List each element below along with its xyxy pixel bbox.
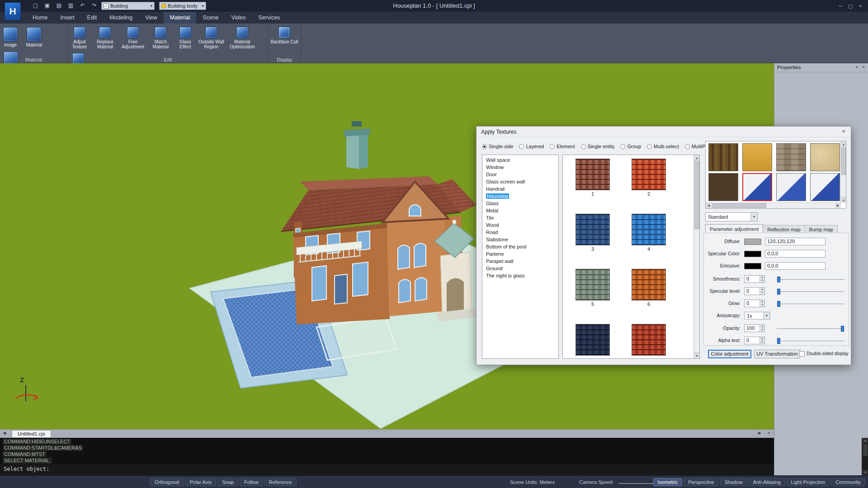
redo-icon[interactable]: ↷ [90,2,98,9]
save-icon[interactable]: ▤ [55,2,63,9]
reference-button[interactable]: Reference [264,478,297,486]
category-item[interactable]: Wall space [482,156,558,164]
texture-thumbnail[interactable] [632,324,666,356]
open-file-icon[interactable]: ▣ [43,2,51,9]
tab-scene[interactable]: Scene [196,12,225,23]
swatch-diagonal-selected[interactable] [742,173,772,201]
category-item[interactable]: Door [482,171,558,178]
tab-scroll-left-icon[interactable]: ◀ [3,431,6,435]
snap-button[interactable]: Snap [217,478,238,486]
anti-aliasing-button[interactable]: Anti-Aliasing [748,478,785,486]
minimize-button[interactable]: ─ [836,2,844,10]
texture-swatch-strip[interactable]: ▲ ▼ ◀ ▶ [705,141,846,209]
scroll-right-icon[interactable]: ▶ [835,203,841,208]
panel-close-icon[interactable]: × [862,65,865,70]
console-scrollbar[interactable]: ▲ ▼ [862,438,868,475]
document-tab[interactable]: Untitled1.cpi [12,430,51,438]
texture-thumbnail[interactable]: 3 [576,214,610,252]
alpha-test-slider[interactable] [777,338,844,344]
scrollbar-thumb[interactable] [841,148,846,175]
category-item[interactable]: Metal [482,207,558,214]
double-sided-checkbox[interactable] [799,351,805,357]
tab-services[interactable]: Services [252,12,286,23]
shadow-button[interactable]: Shadow [720,478,747,486]
radio-single-side[interactable]: Single-side [482,144,513,149]
material-optimization-button[interactable]: Material Optimization [226,23,258,50]
adjust-texture-button[interactable]: Adjust Texture [68,23,91,50]
color-swatch[interactable] [744,251,761,257]
category-item[interactable]: Handrail [482,185,558,192]
category-item[interactable]: Tile [482,214,558,221]
building-body-dropdown[interactable]: Building body ▾ [159,2,206,10]
image-button[interactable]: Image [0,23,21,48]
swatch-diagonal[interactable] [810,173,840,201]
category-item[interactable]: Wood [482,221,558,229]
radio-multi-select[interactable]: Multi-select [647,144,679,149]
category-list[interactable]: Wall space Window Door Glass screen wall… [482,155,559,359]
tab-close-icon[interactable]: × [768,430,770,436]
pin-icon[interactable]: ⌖ [855,65,858,70]
uv-transformation-button[interactable]: UV Transformation [754,350,800,358]
app-logo[interactable]: H [5,2,21,20]
radio-element[interactable]: Element [550,144,575,149]
category-item-selected[interactable]: Housetop [482,192,558,200]
category-item[interactable]: Road [482,229,558,236]
dialog-close-icon[interactable]: × [840,128,847,136]
texture-thumbnail[interactable]: 4 [632,214,666,252]
category-item[interactable]: The night is glass [482,272,558,279]
swatch-sand[interactable] [810,143,840,171]
category-item[interactable]: Ground [482,265,558,272]
category-item[interactable]: Parapet wall [482,258,558,265]
swatch-strip-vscrollbar[interactable]: ▲ ▼ [840,141,846,203]
tab-home[interactable]: Home [26,12,54,23]
scroll-up-icon[interactable]: ▲ [862,438,868,443]
category-item[interactable]: Slabstone [482,236,558,243]
category-item[interactable]: Bottom of the pool [482,243,558,250]
specular-level-slider[interactable] [777,289,844,295]
isometric-button[interactable]: Isometric [653,478,683,486]
dialog-title-bar[interactable]: Apply Textures × [476,127,851,137]
category-item[interactable]: Window [482,164,558,171]
scroll-up-icon[interactable]: ▲ [841,141,846,147]
smoothness-slider[interactable] [777,277,844,282]
scroll-up-icon[interactable]: ▲ [694,155,700,161]
new-file-icon[interactable]: ▢ [32,2,39,9]
smoothness-spinner[interactable]: 0▲▼ [744,275,765,283]
scrollbar-thumb[interactable] [712,203,766,208]
anisotropy-dropdown[interactable]: 1x ▾ [744,312,770,319]
match-material-button[interactable]: Match Material [149,23,172,50]
category-item[interactable]: Parterre [482,250,558,258]
glow-spinner[interactable]: 0▲▼ [744,300,765,307]
building-dropdown[interactable]: ✓ Building ▾ [101,2,155,10]
swatch-diagonal[interactable] [776,173,806,201]
material-button[interactable]: Material [23,23,45,48]
scrollbar-thumb[interactable] [694,161,699,229]
print-icon[interactable]: ▥ [67,2,75,9]
alpha-test-spinner[interactable]: 0▲▼ [744,337,765,344]
backface-cull-button[interactable]: Backface Cull [269,23,300,50]
replace-material-button[interactable]: Replace Material [93,23,117,50]
tab-scroll-right-icon[interactable]: ▶ [758,431,761,435]
tab-edit[interactable]: Edit [81,12,104,23]
close-button[interactable]: × [856,2,864,10]
light-projection-button[interactable]: Light Projection [787,478,830,486]
texture-thumbnail[interactable]: 5 [576,269,610,307]
texture-grid[interactable]: 1 2 3 4 5 6 ▲ [562,155,700,359]
tab-video[interactable]: Video [225,12,252,23]
maximize-button[interactable]: ▢ [846,2,854,10]
radio-group[interactable]: Group [620,144,641,149]
swatch-brown[interactable] [708,173,738,201]
outside-wall-region-button[interactable]: Outside Wall Region [198,23,224,50]
scrollbar-thumb[interactable] [863,444,868,456]
tab-modeling[interactable]: Modeling [103,12,139,23]
swatch-stone[interactable] [776,143,806,171]
material-type-dropdown[interactable]: Standard ▾ [705,212,758,221]
texture-thumbnail[interactable]: 6 [632,269,666,307]
texture-grid-scrollbar[interactable]: ▲ ▼ [693,155,699,358]
tab-parameter-adjustment[interactable]: Parameter adjustment [705,224,763,233]
scroll-left-icon[interactable]: ◀ [706,203,712,208]
command-console[interactable]: COMMAND:HIDEUNSELECT COMMAND:STARTDL&CAM… [0,438,774,464]
opacity-spinner[interactable]: 100▲▼ [744,324,765,332]
specular-color-input[interactable]: 0,0,0 [765,250,826,258]
tab-view[interactable]: View [139,12,164,23]
